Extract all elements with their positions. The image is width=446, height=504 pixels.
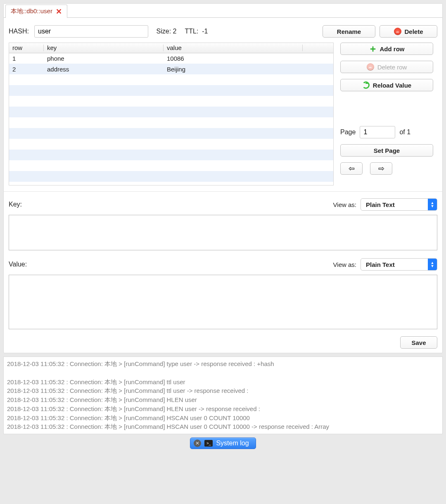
terminal-icon: >_ (204, 440, 213, 447)
delete-icon: – (394, 28, 401, 35)
ttl-label: TTL: -1 (180, 28, 208, 35)
table-header-row: row key value (9, 43, 333, 53)
table-row (9, 117, 333, 128)
prev-page-button[interactable]: ⇦ (340, 162, 363, 175)
size-label: Size: 2 (152, 28, 177, 35)
next-page-button[interactable]: ⇨ (370, 162, 392, 175)
viewas-value-label: View as: (333, 261, 356, 268)
delete-row-icon: – (367, 63, 374, 71)
close-icon[interactable]: ✕ (56, 8, 62, 15)
page-input[interactable] (360, 126, 395, 138)
key-textarea[interactable] (9, 215, 437, 250)
table-row (9, 96, 333, 107)
key-header-row: HASH: Size: 2 TTL: -1 Rename – Delete (9, 25, 437, 38)
table-row[interactable]: 1phone10086 (9, 53, 333, 64)
rename-button[interactable]: Rename (323, 25, 375, 38)
editor-panel: 本地::db0::user ✕ HASH: Size: 2 TTL: -1 Re… (3, 3, 443, 353)
tab-bar: 本地::db0::user ✕ (4, 4, 442, 18)
chevron-updown-icon: ▲▼ (428, 259, 437, 270)
viewas-key-select[interactable]: Plain Text ▲▼ (361, 198, 437, 211)
viewas-value-select[interactable]: Plain Text ▲▼ (361, 258, 437, 271)
viewas-key-label: View as: (333, 201, 356, 208)
col-empty (303, 43, 333, 53)
tab-title: 本地::db0::user (11, 7, 52, 15)
key-editor-label: Key: (9, 201, 22, 208)
col-row[interactable]: row (9, 43, 44, 53)
col-value[interactable]: value (164, 43, 303, 53)
table-row (9, 171, 333, 182)
reload-icon (362, 81, 370, 89)
tab-active[interactable]: 本地::db0::user ✕ (5, 5, 67, 18)
table-row (9, 160, 333, 171)
close-mini-icon[interactable]: ✕ (194, 440, 201, 447)
hash-table[interactable]: row key value 1phone100862addressBeijing (9, 43, 334, 185)
set-page-button[interactable]: Set Page (340, 144, 433, 157)
add-row-button[interactable]: ＋ Add row (340, 43, 433, 55)
chevron-updown-icon: ▲▼ (428, 199, 437, 210)
sidebar-actions: ＋ Add row – Delete row Reload Value Page… (340, 43, 437, 185)
value-editor-label: Value: (9, 261, 27, 268)
arrow-right-icon: ⇨ (378, 164, 384, 173)
delete-button[interactable]: – Delete (380, 25, 437, 38)
key-name-input[interactable] (34, 25, 148, 38)
delete-row-button[interactable]: – Delete row (340, 61, 433, 73)
page-of: of 1 (399, 128, 410, 136)
table-row (9, 107, 333, 117)
pager: Page of 1 (340, 126, 437, 138)
table-row (9, 139, 333, 150)
page-label: Page (340, 128, 356, 136)
table-row (9, 128, 333, 139)
save-button[interactable]: Save (400, 336, 437, 349)
table-row[interactable]: 2addressBeijing (9, 64, 333, 74)
table-row (9, 150, 333, 160)
value-textarea[interactable] (9, 275, 437, 329)
table-row (9, 85, 333, 96)
system-log-output[interactable]: 2018-12-03 11:05:32 : Connection: 本地 > [… (3, 357, 443, 434)
reload-value-button[interactable]: Reload Value (340, 79, 433, 91)
arrow-left-icon: ⇦ (349, 164, 355, 173)
system-log-button[interactable]: ✕ >_ System log (190, 437, 256, 449)
col-key[interactable]: key (44, 43, 164, 53)
plus-icon: ＋ (369, 45, 377, 52)
type-label: HASH: (9, 28, 30, 35)
table-row (9, 74, 333, 85)
